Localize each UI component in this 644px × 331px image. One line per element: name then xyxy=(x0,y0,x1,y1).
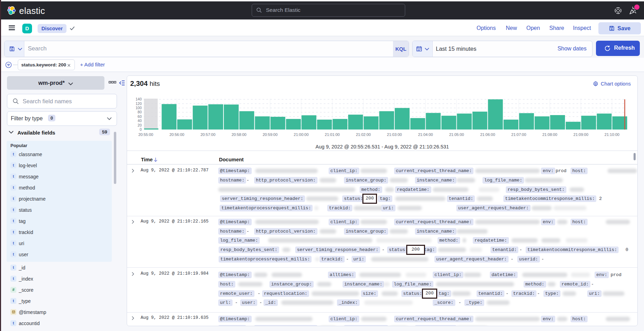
svg-text:20:55:00: 20:55:00 xyxy=(138,132,153,137)
svg-text:21:08:00: 21:08:00 xyxy=(542,132,557,137)
svg-text:21:10:00: 21:10:00 xyxy=(605,132,620,137)
svg-text:21:04:00: 21:04:00 xyxy=(418,132,433,137)
svg-text:80: 80 xyxy=(138,110,142,114)
svg-text:21:07:00: 21:07:00 xyxy=(511,132,526,137)
svg-text:21:06:00: 21:06:00 xyxy=(480,132,495,137)
svg-text:0: 0 xyxy=(140,127,142,131)
svg-text:40: 40 xyxy=(138,119,142,123)
svg-text:21:02:00: 21:02:00 xyxy=(356,132,371,137)
svg-text:20:58:00: 20:58:00 xyxy=(231,132,246,137)
svg-text:20:57:00: 20:57:00 xyxy=(201,132,215,137)
svg-text:21:09:00: 21:09:00 xyxy=(573,132,588,137)
svg-text:21:01:00: 21:01:00 xyxy=(325,132,340,137)
svg-text:20:56:00: 20:56:00 xyxy=(170,132,184,137)
svg-text:120: 120 xyxy=(135,102,142,106)
svg-text:140: 140 xyxy=(135,97,142,101)
svg-text:21:05:00: 21:05:00 xyxy=(449,132,464,137)
svg-text:20: 20 xyxy=(138,123,142,127)
svg-text:60: 60 xyxy=(138,114,142,119)
svg-text:21:03:00: 21:03:00 xyxy=(387,132,402,137)
svg-text:20:59:00: 20:59:00 xyxy=(262,132,277,137)
svg-text:100: 100 xyxy=(135,106,142,110)
svg-text:21:00:00: 21:00:00 xyxy=(294,132,309,137)
